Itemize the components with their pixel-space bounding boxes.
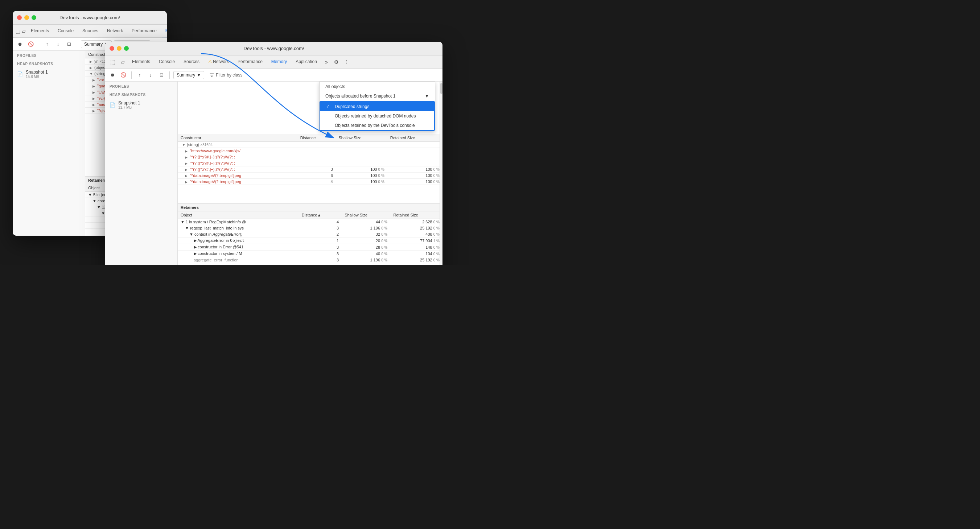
front-inspect-icon[interactable]: ⬚: [108, 58, 117, 66]
front-window-controls: [110, 46, 129, 51]
front-objects-dropdown: All objects Objects allocated before Sna…: [319, 82, 435, 131]
front-all-objects-item[interactable]: All objects: [320, 82, 435, 91]
table-row[interactable]: ▶ constructor in Error @541 3 28 0 % 148…: [178, 244, 442, 251]
table-row[interactable]: ▶ constructor in system / M 3 40 0 % 104…: [178, 251, 442, 257]
front-profiles-title: Profiles: [105, 82, 177, 90]
front-tab-elements[interactable]: Elements: [128, 56, 154, 68]
front-ret4-ss: 20 0 %: [342, 237, 390, 244]
front-string-name: (string): [187, 143, 199, 147]
table-row[interactable]: ▼ regexp_last_match_info in sys 3 1 196 …: [178, 225, 442, 231]
table-row[interactable]: "^data:image\/(?:bmp|gif|jpeg 6 100 0 % …: [178, 173, 442, 179]
front-string-tri: [182, 143, 186, 147]
front-filter-dropdown-box: ✓ Duplicated strings Objects retained by…: [320, 101, 435, 131]
front-tabs-bar: ⬚ ▱ Elements Console Sources ⚠Network Pe…: [105, 56, 442, 68]
front-memory-toolbar: ⏺ 🚫 ↑ ↓ ⊡ Summary ▼ Filter by class: [105, 68, 442, 82]
front-tab-network[interactable]: ⚠Network: [205, 56, 232, 68]
front-s4-d: 3: [298, 167, 336, 173]
back-tab-memory[interactable]: Memory: [162, 25, 167, 38]
front-table-area: All objects Objects allocated before Sna…: [178, 82, 442, 265]
front-filter-by-class-btn[interactable]: Filter by class: [206, 71, 245, 79]
table-row[interactable]: (string) ×31694: [178, 142, 442, 148]
front-snapshot1-item[interactable]: 📄 Snapshot 1 11.7 MB: [105, 98, 177, 112]
front-maximize-button[interactable]: [124, 46, 129, 51]
back-yn-triangle: [89, 60, 93, 64]
front-download-icon[interactable]: ↓: [146, 71, 155, 79]
front-before-snapshot-item[interactable]: Objects allocated before Snapshot 1 ▼: [320, 91, 435, 101]
front-more-tabs-icon[interactable]: »: [322, 58, 331, 66]
front-detached-dom-label: Objects retained by detached DOM nodes: [335, 113, 416, 119]
table-row[interactable]: "^(?:([^:/?#.]+):)?(?:\/\/(?: :: [178, 154, 442, 160]
back-profiles-title: Profiles: [13, 51, 85, 59]
front-ret2-rs: 25 192 0 %: [390, 225, 442, 231]
back-clear-icon[interactable]: 🚫: [27, 40, 35, 49]
back-tab-console[interactable]: Console: [54, 25, 77, 38]
front-ret7-ss: 1 196 0 %: [342, 257, 390, 263]
back-collect-icon[interactable]: ⊡: [65, 40, 73, 49]
back-tab-elements[interactable]: Elements: [27, 25, 52, 38]
front-devtools-console-item[interactable]: Objects retained by the DevTools console: [320, 121, 434, 130]
front-devtools-window: DevTools - www.google.com/ ⬚ ▱ Elements …: [105, 42, 442, 265]
front-ret4-rs: 77 904 1 %: [390, 237, 442, 244]
front-ret4-name: ▶ AggregateError in Object: [178, 237, 299, 244]
front-collect-icon[interactable]: ⊡: [157, 71, 166, 79]
table-row[interactable]: aggregate_error_function 3 1 196 0 % 25 …: [178, 257, 442, 263]
front-shallow-col-header: Shallow Size: [336, 134, 387, 142]
back-s2-triangle: [92, 84, 96, 88]
front-device-icon[interactable]: ▱: [118, 58, 127, 66]
front-minimize-button[interactable]: [117, 46, 121, 51]
table-row[interactable]: "^data:image\/(?:bmp|gif|jpeg 4 100 0 % …: [178, 179, 442, 185]
table-row[interactable]: "^(?:([^:/?#.]+):)?(?:\/\/(?: :: [178, 160, 442, 167]
front-divider1: [131, 71, 132, 79]
front-retainer-table: Object Distance▲ Shallow Size Retained S…: [178, 211, 442, 263]
back-tab-performance[interactable]: Performance: [128, 25, 160, 38]
front-summary-dropdown[interactable]: Summary ▼: [173, 71, 204, 79]
back-sidebar: Profiles HEAP SNAPSHOTS 📄 Snapshot 1 15.…: [13, 51, 85, 236]
front-tab-sources[interactable]: Sources: [180, 56, 203, 68]
back-record-icon[interactable]: ⏺: [16, 40, 24, 49]
front-sidebar: Profiles HEAP SNAPSHOTS 📄 Snapshot 1 11.…: [105, 82, 178, 265]
front-summary-label: Summary: [177, 73, 195, 78]
front-ret5-d: 3: [299, 244, 342, 251]
front-detached-dom-item[interactable]: Objects retained by detached DOM nodes: [320, 111, 434, 121]
front-menu-icon[interactable]: ⋮: [342, 58, 351, 66]
back-download-icon[interactable]: ↓: [54, 40, 62, 49]
front-s5-ss: 100 0 %: [336, 173, 387, 179]
front-tab-memory[interactable]: Memory: [268, 56, 291, 68]
back-minimize-button[interactable]: [24, 15, 29, 20]
front-s6-d: 4: [298, 179, 336, 185]
front-tab-performance[interactable]: Performance: [234, 56, 266, 68]
front-upload-icon[interactable]: ↑: [135, 71, 144, 79]
back-close-button[interactable]: [17, 15, 22, 20]
table-row[interactable]: "^(?:([^:/?#.]+):)?(?:\/\/(?: : 3 100 0 …: [178, 167, 442, 173]
front-settings-icon[interactable]: ⚙: [332, 58, 341, 66]
back-maximize-button[interactable]: [32, 15, 36, 20]
front-s6-rs: 100 0 %: [387, 179, 442, 185]
front-ret-distance-header: Distance▲: [299, 211, 342, 219]
back-tab-sources[interactable]: Sources: [79, 25, 102, 38]
front-ret3-rs: 408 0 %: [390, 231, 442, 237]
front-scroll-area[interactable]: Constructor Distance Shallow Size Retain…: [178, 134, 442, 203]
front-record-icon[interactable]: ⏺: [108, 71, 117, 79]
front-ret2-ss: 1 196 0 %: [342, 225, 390, 231]
front-ret5-name: ▶ constructor in Error @541: [178, 244, 299, 251]
back-string-triangle: [89, 72, 93, 76]
back-device-icon[interactable]: ▱: [22, 27, 26, 35]
back-tab-network[interactable]: Network: [103, 25, 127, 38]
front-clear-icon[interactable]: 🚫: [119, 71, 128, 79]
back-upload-icon[interactable]: ↑: [43, 40, 51, 49]
back-snapshot1-item[interactable]: 📄 Snapshot 1 15.8 MB: [13, 67, 85, 81]
front-tab-console[interactable]: Console: [155, 56, 178, 68]
front-close-button[interactable]: [110, 46, 114, 51]
table-row[interactable]: ▼ 1 in system / RegExpMatchInfo @ 4 44 0…: [178, 219, 442, 225]
front-duplicated-strings-item[interactable]: ✓ Duplicated strings: [320, 102, 434, 111]
back-inspect-icon[interactable]: ⬚: [16, 27, 20, 35]
table-row[interactable]: "https://www.google.com/xjs/: [178, 148, 442, 154]
front-snapshot1-info: Snapshot 1 11.7 MB: [118, 100, 173, 110]
front-ret3-name: ▼ context in AggregateError(): [178, 231, 299, 237]
table-row[interactable]: ▼ context in AggregateError() 2 32 0 % 4…: [178, 231, 442, 237]
front-scrollbar[interactable]: [439, 82, 442, 265]
table-row[interactable]: ▶ AggregateError in Object 1 20 0 % 77 9…: [178, 237, 442, 244]
front-ret7-rs: 25 192 0 %: [390, 257, 442, 263]
front-tab-application[interactable]: Application: [292, 56, 321, 68]
front-s2-tri: [185, 156, 189, 159]
